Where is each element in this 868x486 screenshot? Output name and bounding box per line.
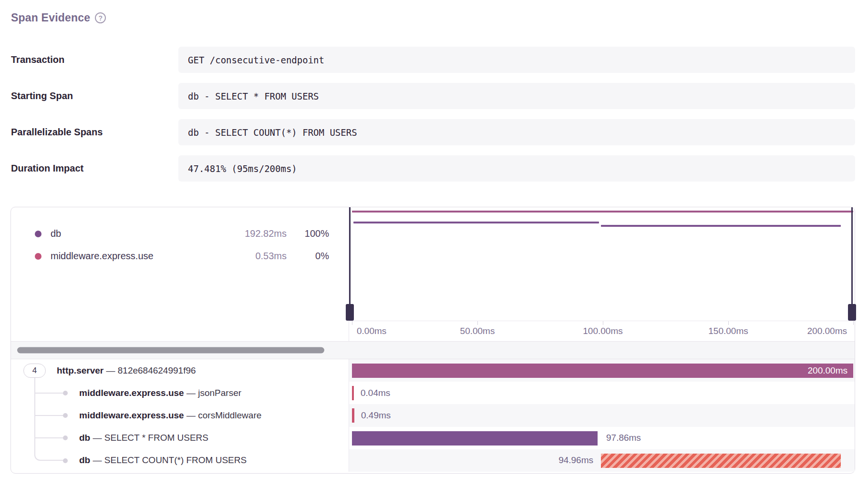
span-title: middleware.express.use — corsMiddleware — [79, 410, 261, 421]
minimap-span-line — [601, 225, 841, 227]
legend-row-db[interactable]: db 192.82ms 100% — [11, 223, 349, 245]
span-separator: — — [103, 365, 118, 375]
span-duration-label: 0.04ms — [361, 388, 390, 398]
axis-tick-label: 150.00ms — [708, 326, 748, 336]
legend-duration: 192.82ms — [245, 228, 287, 239]
axis-tick-mark — [728, 321, 729, 325]
span-duration-label: 200.00ms — [808, 365, 847, 376]
span-description: 812e684624991f96 — [118, 365, 196, 375]
evidence-list: Transaction GET /consecutive-endpoint St… — [11, 47, 855, 192]
span-count-badge[interactable]: 4 — [23, 364, 46, 378]
span-op: middleware.express.use — [79, 410, 184, 420]
span-separator: — — [184, 388, 198, 398]
axis-tick-mark — [853, 321, 854, 325]
time-axis: 0.00ms50.00ms100.00ms150.00ms200.00ms — [349, 321, 855, 341]
span-waterfall-rows: 4 http.server — 812e684624991f96 200.00m… — [11, 359, 855, 472]
span-op: middleware.express.use — [79, 388, 184, 398]
parallelizable-spans-value: db - SELECT COUNT(*) FROM USERS — [178, 119, 855, 145]
axis-tick-label: 50.00ms — [460, 326, 495, 336]
ops-breakdown-legend: db 192.82ms 100% middleware.express.use … — [11, 207, 349, 341]
db-count-span-bar-parallelizable[interactable] — [601, 454, 841, 468]
trace-panel: db 192.82ms 100% middleware.express.use … — [10, 207, 855, 474]
jsonparser-span-bar[interactable] — [352, 386, 354, 400]
trace-minimap[interactable] — [349, 207, 855, 321]
horizontal-scrollbar-thumb[interactable] — [17, 347, 324, 354]
span-bar-cell: 0.49ms — [349, 404, 855, 426]
axis-tick-mark — [352, 321, 352, 325]
trace-minimap-area: 0.00ms50.00ms100.00ms150.00ms200.00ms — [349, 207, 855, 341]
minimap-left-handle[interactable] — [346, 304, 354, 321]
transaction-value: GET /consecutive-endpoint — [178, 47, 855, 73]
evidence-label: Duration Impact — [11, 163, 178, 174]
span-description: SELECT * FROM USERS — [104, 433, 208, 443]
span-tree-cell: db — SELECT COUNT(*) FROM USERS — [11, 449, 349, 472]
horizontal-scrollbar-track[interactable] — [11, 341, 855, 359]
section-header: Span Evidence ? — [11, 11, 106, 24]
span-bar-cell: 200.00ms — [349, 359, 855, 382]
middleware-legend-dot — [35, 253, 41, 260]
axis-tick-label: 0.00ms — [357, 326, 386, 336]
evidence-row-parallelizable-spans: Parallelizable Spans db - SELECT COUNT(*… — [11, 119, 855, 145]
span-title: middleware.express.use — jsonParser — [79, 388, 241, 398]
span-title: http.server — 812e684624991f96 — [57, 365, 196, 376]
span-duration-label: 97.86ms — [606, 433, 641, 443]
legend-percent: 0% — [287, 251, 329, 262]
evidence-row-transaction: Transaction GET /consecutive-endpoint — [11, 47, 855, 73]
span-separator: — — [90, 455, 104, 465]
starting-span-value: db - SELECT * FROM USERS — [178, 83, 855, 109]
span-row-db-select[interactable]: db — SELECT * FROM USERS 97.86ms — [11, 427, 855, 449]
evidence-row-duration-impact: Duration Impact 47.481% (95ms/200ms) — [11, 155, 855, 182]
axis-tick-mark — [603, 321, 603, 325]
page-title: Span Evidence — [11, 11, 90, 24]
span-title: db — SELECT * FROM USERS — [79, 433, 208, 443]
legend-percent: 100% — [287, 228, 329, 239]
span-description: jsonParser — [198, 388, 241, 398]
help-icon[interactable]: ? — [95, 12, 106, 23]
span-row-db-count[interactable]: db — SELECT COUNT(*) FROM USERS 94.96ms — [11, 449, 855, 472]
span-tree-cell: db — SELECT * FROM USERS — [11, 427, 349, 449]
legend-row-middleware[interactable]: middleware.express.use 0.53ms 0% — [11, 245, 349, 267]
span-duration-label: 0.49ms — [361, 410, 391, 421]
span-op: db — [79, 433, 90, 443]
span-description: SELECT COUNT(*) FROM USERS — [104, 455, 247, 465]
legend-duration: 0.53ms — [255, 251, 287, 262]
span-row-jsonparser[interactable]: middleware.express.use — jsonParser 0.04… — [11, 382, 855, 404]
span-bar-cell: 94.96ms — [349, 449, 855, 472]
db-select-span-bar[interactable] — [352, 431, 598, 446]
legend-name: db — [51, 228, 245, 239]
span-separator: — — [184, 410, 198, 420]
axis-tick-label: 200.00ms — [807, 326, 847, 336]
evidence-label: Starting Span — [11, 91, 178, 101]
minimap-span-line — [353, 222, 599, 223]
span-tree-cell: middleware.express.use — corsMiddleware — [11, 404, 349, 426]
span-separator: — — [90, 433, 104, 443]
evidence-row-starting-span: Starting Span db - SELECT * FROM USERS — [11, 83, 855, 109]
trace-panel-top: db 192.82ms 100% middleware.express.use … — [11, 207, 855, 341]
span-tree-cell: middleware.express.use — jsonParser — [11, 382, 349, 404]
http-server-span-bar[interactable]: 200.00ms — [352, 364, 853, 378]
span-bar-cell: 97.86ms — [349, 427, 855, 449]
evidence-label: Transaction — [11, 54, 178, 65]
span-description: corsMiddleware — [198, 410, 261, 420]
legend-name: middleware.express.use — [51, 251, 255, 262]
minimap-right-cursor[interactable] — [851, 207, 853, 321]
span-row-http-server[interactable]: 4 http.server — 812e684624991f96 200.00m… — [11, 359, 855, 382]
span-row-corsmiddleware[interactable]: middleware.express.use — corsMiddleware … — [11, 404, 855, 426]
axis-tick-label: 100.00ms — [583, 326, 622, 336]
span-op: http.server — [57, 365, 103, 375]
span-bar-cell: 0.04ms — [349, 382, 855, 404]
minimap-right-handle[interactable] — [848, 304, 856, 321]
span-duration-label: 94.96ms — [558, 455, 593, 466]
db-legend-dot — [35, 231, 41, 237]
span-tree-cell: 4 http.server — 812e684624991f96 — [11, 359, 349, 382]
corsmiddleware-span-bar[interactable] — [352, 408, 354, 423]
evidence-label: Parallelizable Spans — [11, 127, 178, 138]
minimap-left-cursor[interactable] — [349, 207, 351, 321]
span-title: db — SELECT COUNT(*) FROM USERS — [79, 455, 247, 466]
duration-impact-value: 47.481% (95ms/200ms) — [178, 155, 855, 182]
axis-tick-mark — [477, 321, 478, 325]
span-evidence-page: Span Evidence ? Transaction GET /consecu… — [0, 0, 868, 486]
span-op: db — [79, 455, 90, 465]
minimap-span-line — [352, 211, 853, 213]
